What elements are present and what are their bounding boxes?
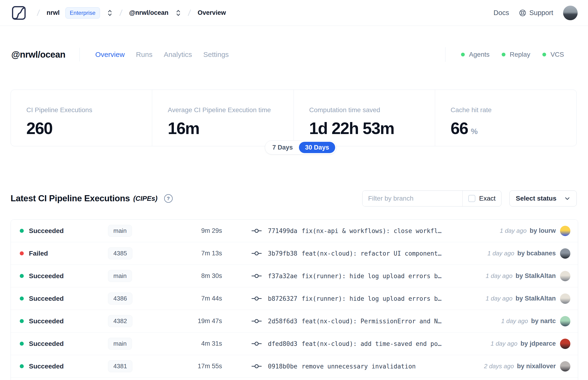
- author-avatar[interactable]: [560, 271, 570, 281]
- range-7-days[interactable]: 7 Days: [266, 142, 299, 153]
- table-row[interactable]: Succeeded main 8m 30s f37a32aefix(runner…: [11, 265, 578, 287]
- divider: [79, 48, 80, 61]
- status-label: Succeeded: [29, 272, 108, 280]
- table-row[interactable]: Failed 4385 7m 13s 3b79fb38feat(nx-cloud…: [11, 242, 578, 265]
- time-ago-label: 1 day ago: [486, 272, 512, 280]
- git-commit-icon: [251, 228, 262, 234]
- author-avatar[interactable]: [560, 339, 570, 349]
- user-avatar[interactable]: [563, 6, 578, 20]
- top-navbar: / nrwl Enterprise / @nrwl/ocean / Overvi…: [0, 0, 588, 26]
- row-meta: 1 day ago by lourw: [500, 227, 556, 234]
- commit-link[interactable]: 2d58f6d3feat(nx-cloud): PermissionError …: [268, 318, 441, 325]
- branch-badge[interactable]: main: [108, 270, 132, 282]
- duration-label: 9m 29s: [162, 227, 222, 234]
- commit-link[interactable]: b8726327fix(runner): hide log upload err…: [268, 295, 441, 302]
- breadcrumb-separator: /: [37, 8, 40, 18]
- date-range-toggle: 7 Days 30 Days: [265, 140, 337, 154]
- org-name[interactable]: nrwl: [47, 9, 60, 17]
- author-avatar[interactable]: [560, 248, 570, 259]
- commit-hash: dfed80d3: [268, 340, 297, 347]
- commit-link[interactable]: f37a32aefix(runner): hide log upload err…: [268, 272, 441, 280]
- branch-badge[interactable]: 4382: [108, 315, 133, 327]
- branch-filter-input[interactable]: [362, 191, 462, 206]
- commit-message: feat(nx-cloud): add time-saved end po…: [302, 340, 441, 347]
- commit-hash: f37a32ae: [268, 272, 297, 280]
- chevron-down-icon: [564, 195, 570, 202]
- green-status-dot: [502, 53, 505, 57]
- status-label: Succeeded: [29, 227, 108, 235]
- exact-checkbox[interactable]: [468, 195, 475, 202]
- enterprise-badge: Enterprise: [65, 7, 100, 19]
- support-label: Support: [529, 9, 553, 17]
- commit-hash: 0918b0be: [268, 363, 297, 370]
- commit-message: feat(nx-cloud): PermissionError and N…: [302, 318, 441, 325]
- commit-hash: 2d58f6d3: [268, 318, 297, 325]
- tab-runs[interactable]: Runs: [136, 51, 152, 58]
- duration-label: 8m 30s: [162, 272, 222, 280]
- stat-computation-time-saved: Computation time saved 1d 22h 53m: [294, 90, 435, 146]
- status-replay: Replay: [502, 51, 530, 58]
- branch-filter-group: Exact: [362, 190, 501, 207]
- commit-link[interactable]: 3b79fb38feat(nx-cloud): refactor UI comp…: [268, 250, 441, 257]
- git-commit-icon: [251, 273, 262, 279]
- commit-message: fix(nx-api & workflows): close workfl…: [302, 228, 441, 234]
- author-avatar[interactable]: [560, 316, 570, 326]
- tab-settings[interactable]: Settings: [203, 51, 229, 58]
- help-icon[interactable]: ?: [164, 194, 173, 203]
- row-meta: 1 day ago by StalkAltan: [486, 295, 556, 302]
- branch-badge[interactable]: main: [108, 225, 132, 237]
- status-dot: [20, 229, 24, 233]
- workspace-switcher-icon[interactable]: [175, 9, 181, 17]
- commit-message: remove unnecessary invalidation: [302, 363, 416, 370]
- tab-analytics[interactable]: Analytics: [164, 51, 192, 58]
- page-title: @nrwl/ocean: [11, 50, 65, 60]
- support-link[interactable]: Support: [519, 9, 553, 17]
- author-avatar[interactable]: [560, 226, 570, 236]
- tab-overview[interactable]: Overview: [95, 51, 125, 58]
- time-ago-label: 1 day ago: [491, 340, 517, 347]
- workspace-name[interactable]: @nrwl/ocean: [129, 9, 168, 17]
- author-avatar[interactable]: [560, 361, 570, 372]
- green-status-dot: [461, 53, 465, 57]
- branch-badge[interactable]: 4386: [108, 292, 133, 304]
- workspace-header: @nrwl/ocean Overview Runs Analytics Sett…: [11, 46, 576, 63]
- green-status-dot: [542, 53, 546, 57]
- cipe-table: Succeeded main 9m 29s 771499dafix(nx-api…: [11, 219, 578, 380]
- commit-link[interactable]: 771499dafix(nx-api & workflows): close w…: [268, 228, 441, 234]
- docs-link[interactable]: Docs: [493, 9, 509, 17]
- workspace-tabs: Overview Runs Analytics Settings: [95, 51, 229, 58]
- author-label: by lourw: [530, 227, 556, 234]
- time-ago-label: 2 days ago: [484, 362, 514, 370]
- table-row[interactable]: Succeeded main 9m 29s 771499dafix(nx-api…: [11, 220, 578, 242]
- table-row[interactable]: Succeeded 4386 7m 44s b8726327fix(runner…: [11, 287, 578, 310]
- author-label: by nartc: [531, 318, 556, 325]
- nx-logo[interactable]: [11, 5, 26, 20]
- table-row[interactable]: Succeeded main 4m 31s dfed80d3feat(nx-cl…: [11, 333, 578, 355]
- duration-label: 7m 44s: [162, 295, 222, 302]
- status-dot: [20, 297, 24, 301]
- commit-link[interactable]: 0918b0beremove unnecessary invalidation: [268, 363, 416, 370]
- status-dot: [20, 319, 24, 323]
- stats-card-row: CI Pipeline Executions 260 Average CI Pi…: [11, 90, 577, 146]
- branch-badge[interactable]: 4385: [108, 247, 133, 259]
- git-commit-icon: [251, 250, 262, 256]
- row-meta: 1 day ago by nartc: [501, 318, 556, 325]
- status-label: Succeeded: [29, 295, 108, 303]
- git-commit-icon: [251, 318, 262, 324]
- branch-badge[interactable]: main: [108, 338, 132, 350]
- table-row[interactable]: Succeeded 4381 17m 55s 0918b0beremove un…: [11, 355, 578, 378]
- duration-label: 17m 55s: [162, 362, 222, 370]
- org-switcher-icon[interactable]: [107, 9, 113, 17]
- exact-toggle[interactable]: Exact: [463, 191, 501, 206]
- time-ago-label: 1 day ago: [486, 295, 512, 302]
- section-title: Latest CI Pipeline Executions: [11, 193, 130, 203]
- author-avatar[interactable]: [560, 293, 570, 304]
- breadcrumb-separator: /: [188, 8, 191, 18]
- percent-unit: %: [471, 127, 478, 136]
- breadcrumb: / nrwl Enterprise / @nrwl/ocean / Overvi…: [11, 5, 226, 20]
- range-30-days[interactable]: 30 Days: [299, 142, 335, 153]
- commit-link[interactable]: dfed80d3feat(nx-cloud): add time-saved e…: [268, 340, 441, 347]
- branch-badge[interactable]: 4381: [108, 360, 133, 372]
- table-row[interactable]: Succeeded 4382 19m 47s 2d58f6d3feat(nx-c…: [11, 310, 578, 333]
- status-select-dropdown[interactable]: Select status: [510, 190, 577, 207]
